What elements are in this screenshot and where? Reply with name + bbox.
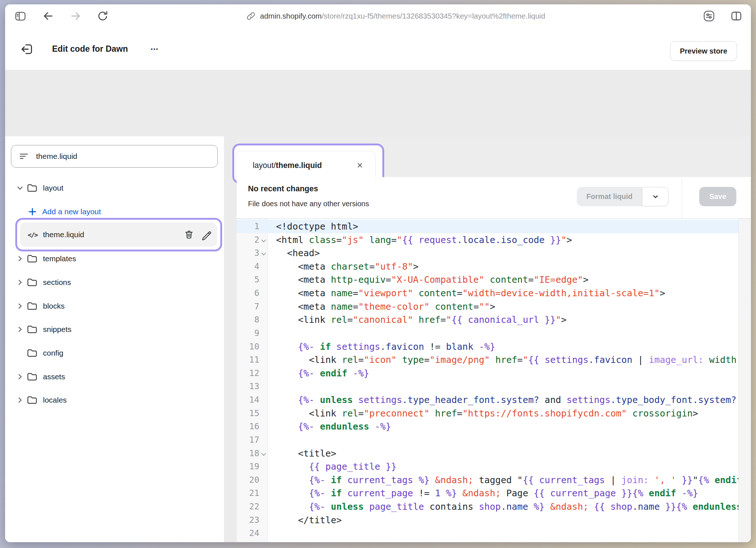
line-number: 2 bbox=[237, 233, 259, 247]
sidebar-folder-layout[interactable]: layout bbox=[5, 181, 224, 195]
save-button[interactable]: Save bbox=[699, 187, 736, 206]
editor-tab[interactable]: layout/theme.liquid × bbox=[236, 151, 375, 180]
code-line[interactable]: 14 {%- unless settings.type_header_font.… bbox=[237, 393, 739, 407]
close-icon[interactable]: × bbox=[357, 161, 363, 171]
code-line[interactable]: 10 {%- if settings.favicon != blank -%} bbox=[237, 340, 739, 353]
chevron-down-icon[interactable] bbox=[17, 185, 23, 191]
sidebar-folder-sections[interactable]: sections bbox=[5, 275, 224, 290]
sidebar-file-theme-liquid[interactable]: </>theme.liquid bbox=[5, 227, 224, 242]
line-number: 1 bbox=[237, 220, 259, 233]
chevron-right-icon[interactable] bbox=[17, 373, 23, 380]
chevron-right-icon[interactable] bbox=[17, 255, 23, 262]
tree-item-label: config bbox=[43, 349, 63, 357]
code-line[interactable]: 2<html class="js" lang="{{ request.local… bbox=[237, 233, 739, 247]
format-liquid-button[interactable]: Format liquid bbox=[577, 187, 642, 206]
code-line[interactable]: 20 {%- if current_tags %} &ndash; tagged… bbox=[237, 473, 739, 487]
code-line[interactable]: 17 bbox=[237, 433, 739, 447]
line-number: 13 bbox=[237, 380, 259, 393]
code-text: {%- unless settings.type_header_font.sys… bbox=[276, 393, 739, 407]
code-line[interactable]: 11 <link rel="icon" type="image/png" hre… bbox=[237, 353, 739, 367]
code-line[interactable]: 24 bbox=[237, 527, 739, 540]
code-line[interactable]: 16 {%- endunless -%} bbox=[237, 420, 739, 433]
code-line[interactable]: 22 {%- unless page_title contains shop.n… bbox=[237, 500, 739, 513]
code-line[interactable]: 5 <meta http-equiv="X-UA-Compatible" con… bbox=[237, 273, 739, 286]
code-text: <meta charset="utf-8"> bbox=[276, 260, 418, 273]
code-text: {%- if current_tags %} &ndash; tagged "{… bbox=[276, 473, 739, 487]
code-text: </title> bbox=[276, 513, 342, 527]
editor-panel: layout/theme.liquid × No recent changes … bbox=[237, 136, 751, 542]
sidebar-folder-blocks[interactable]: blocks bbox=[5, 299, 224, 313]
code-line[interactable]: 12 {%- endif -%} bbox=[237, 367, 739, 380]
sidebar-folder-locales[interactable]: locales bbox=[5, 393, 224, 407]
url-domain: admin.shopify.com bbox=[260, 12, 322, 20]
code-editor[interactable]: 1<!doctype html>2<html class="js" lang="… bbox=[237, 219, 751, 542]
preview-store-button[interactable]: Preview store bbox=[670, 41, 737, 61]
format-liquid-dropdown[interactable] bbox=[642, 187, 669, 206]
filter-icon bbox=[19, 151, 29, 162]
tree-item-label: templates bbox=[43, 254, 76, 263]
file-search-input[interactable]: theme.liquid bbox=[11, 145, 218, 168]
line-number: 5 bbox=[237, 273, 259, 286]
forward-arrow-icon[interactable] bbox=[69, 9, 82, 23]
line-number: 19 bbox=[237, 460, 259, 473]
line-number: 3 bbox=[237, 246, 259, 260]
code-line[interactable]: 25 {% if page_description %} bbox=[237, 540, 739, 542]
page-settings-icon[interactable] bbox=[702, 9, 716, 23]
code-text: <!doctype html> bbox=[276, 220, 358, 233]
sidebar-folder-assets[interactable]: assets bbox=[5, 369, 224, 384]
folder-icon bbox=[26, 324, 38, 335]
version-bar: No recent changes File does not have any… bbox=[237, 177, 751, 219]
code-text: {{ page_title }} bbox=[276, 460, 397, 473]
exit-editor-icon[interactable] bbox=[20, 42, 34, 56]
code-line[interactable]: 9 bbox=[237, 326, 739, 340]
code-line[interactable]: 19 {{ page_title }} bbox=[237, 460, 739, 473]
add-new-layout-button[interactable]: Add a new layout bbox=[5, 204, 224, 219]
line-number: 24 bbox=[237, 527, 259, 540]
code-lines[interactable]: 1<!doctype html>2<html class="js" lang="… bbox=[237, 220, 739, 542]
page-title: Edit code for Dawn bbox=[52, 28, 128, 70]
fold-toggle-icon[interactable] bbox=[261, 451, 267, 457]
code-line[interactable]: 1<!doctype html> bbox=[237, 220, 739, 233]
content-area: theme.liquid layoutAdd a new layout</>th… bbox=[5, 70, 751, 542]
reload-icon[interactable] bbox=[96, 9, 109, 23]
code-line[interactable]: 18 <title> bbox=[237, 447, 739, 460]
line-number: 9 bbox=[237, 326, 259, 340]
code-text: {%- endunless -%} bbox=[276, 420, 391, 433]
sidebar-folder-config[interactable]: config bbox=[5, 346, 224, 360]
line-number: 17 bbox=[237, 433, 259, 447]
chevron-right-icon[interactable] bbox=[17, 279, 23, 286]
sidebar-toggle-icon[interactable] bbox=[14, 9, 27, 23]
code-text: <meta name="theme-color" content=""> bbox=[276, 300, 495, 313]
code-text: {%- if current_page != 1 %} &ndash; Page… bbox=[276, 486, 698, 500]
sidebar-folder-templates[interactable]: templates bbox=[5, 251, 224, 266]
code-line[interactable]: 3 <head> bbox=[237, 246, 739, 260]
split-view-icon[interactable] bbox=[730, 9, 743, 23]
sidebar-folder-snippets[interactable]: snippets bbox=[5, 322, 224, 337]
tree-item-label: assets bbox=[43, 372, 65, 381]
code-line[interactable]: 13 bbox=[237, 380, 739, 393]
fold-toggle-icon[interactable] bbox=[261, 251, 267, 257]
delete-icon[interactable] bbox=[183, 229, 195, 240]
vertical-scrollbar[interactable] bbox=[739, 219, 751, 542]
code-line[interactable]: 6 <meta name="viewport" content="width=d… bbox=[237, 286, 739, 300]
code-text: <link rel="icon" type="image/png" href="… bbox=[276, 353, 739, 367]
code-line[interactable]: 7 <meta name="theme-color" content=""> bbox=[237, 300, 739, 313]
code-line[interactable]: 21 {%- if current_page != 1 %} &ndash; P… bbox=[237, 486, 739, 500]
chevron-right-icon[interactable] bbox=[17, 303, 23, 309]
line-number: 14 bbox=[237, 393, 259, 407]
chevron-right-icon[interactable] bbox=[17, 397, 23, 403]
more-options-icon[interactable]: ••• bbox=[151, 28, 159, 70]
sidebar: theme.liquid layoutAdd a new layout</>th… bbox=[5, 136, 224, 542]
fold-toggle-icon[interactable] bbox=[261, 238, 267, 244]
back-arrow-icon[interactable] bbox=[42, 9, 55, 23]
code-line[interactable]: 8 <link rel="canonical" href="{{ canonic… bbox=[237, 313, 739, 326]
code-line[interactable]: 4 <meta charset="utf-8"> bbox=[237, 260, 739, 273]
chevron-right-icon[interactable] bbox=[17, 326, 23, 333]
format-liquid-split-button: Format liquid bbox=[577, 187, 669, 206]
folder-icon bbox=[26, 347, 38, 359]
address-bar[interactable]: admin.shopify.com/store/rzq1xu-f5/themes… bbox=[245, 4, 545, 28]
rename-icon[interactable] bbox=[201, 229, 212, 240]
header-divider bbox=[682, 178, 682, 218]
code-line[interactable]: 23 </title> bbox=[237, 513, 739, 527]
code-line[interactable]: 15 <link rel="preconnect" href="https://… bbox=[237, 407, 739, 420]
